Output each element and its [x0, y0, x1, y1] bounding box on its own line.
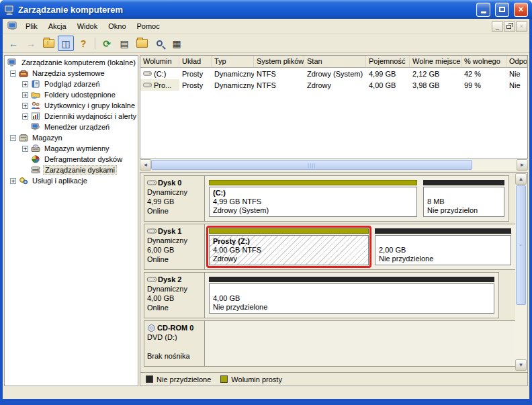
find-button[interactable] [151, 36, 167, 51]
storage-icon [19, 134, 28, 142]
mdi-window-controls: _ × [492, 21, 527, 32]
device-manager-icon [31, 123, 40, 131]
disk-2-label[interactable]: Dysk 2 Dynamiczny 4,00 GB Online [144, 273, 205, 318]
partition-unallocated-8mb[interactable]: 8 MB Nie przydzielon [420, 177, 507, 220]
disk-0-label[interactable]: Dysk 0 Dynamiczny 4,99 GB Online [144, 176, 205, 221]
disk-1-label[interactable]: Dysk 1 Dynamiczny 6,00 GB Online [144, 224, 205, 269]
tree-item-defragmentator[interactable]: Defragmentator dysków [5, 154, 138, 165]
forward-icon: → [26, 38, 36, 49]
volume-list: Wolumin Układ Typ System plików Stan Poj… [140, 55, 528, 159]
expand-expander[interactable]: + [22, 81, 28, 87]
computer-icon [7, 58, 17, 67]
tree-item-uzytkownicy-i-grupy[interactable]: + Użytkownicy i grupy lokalne [5, 100, 138, 111]
menu-plik[interactable]: Plik [20, 20, 43, 32]
up-one-level-button[interactable]: ↑ [40, 36, 56, 51]
unallocated-stripe [375, 228, 511, 234]
col-wolne-miejsce[interactable]: Wolne miejsce [410, 56, 461, 68]
disk-row-2[interactable]: Dysk 2 Dynamiczny 4,00 GB Online 4,00 GB… [144, 272, 499, 318]
show-hide-tree-button[interactable]: ◫ [58, 36, 74, 51]
col-typ[interactable]: Typ [212, 56, 254, 68]
mdi-minimize-button[interactable]: _ [492, 21, 503, 32]
tree-item-narzedzia-systemowe[interactable]: − Narzędzia systemowe [5, 68, 138, 79]
partition-unallocated-2gb[interactable]: 2,00 GB Nie przydzielone [372, 226, 514, 268]
removable-storage-icon [31, 144, 40, 152]
toolbar-separator [95, 38, 95, 50]
tree-item-magazyn[interactable]: − Magazyn [5, 132, 138, 143]
open-button[interactable] [134, 36, 150, 51]
unallocated-stripe [423, 180, 504, 185]
titlebar[interactable]: Zarządzanie komputerem × [0, 0, 532, 19]
menu-widok[interactable]: Widok [72, 20, 103, 32]
horizontal-scrollbar[interactable]: ◄ |||| ► [140, 159, 528, 171]
scroll-right-button[interactable]: ► [517, 159, 528, 171]
unallocated-stripe [209, 277, 494, 282]
collapse-expander[interactable]: − [10, 135, 16, 141]
volume-table-header: Wolumin Układ Typ System plików Stan Poj… [140, 56, 527, 68]
help-button[interactable]: ? [75, 36, 91, 51]
scroll-left-button[interactable]: ◄ [140, 159, 151, 171]
disk-icon [147, 179, 157, 186]
col-pojemnosc[interactable]: Pojemność [366, 56, 410, 68]
close-button[interactable]: × [514, 3, 528, 17]
properties-button[interactable]: ▦ [169, 36, 185, 51]
expand-expander[interactable]: + [22, 92, 28, 98]
partition-z-selected[interactable]: Prosty (Z:) 4,00 GB NTFS Zdrowy [206, 226, 371, 268]
col-procent-wolnego[interactable]: % wolnego [461, 56, 506, 68]
tree-item-magazyn-wymienny[interactable]: + Magazyn wymienny [5, 143, 138, 154]
back-button[interactable]: ← [5, 36, 21, 51]
tree-item-uslugi-i-aplikacje[interactable]: + Usługi i aplikacje [5, 175, 138, 186]
window-title: Zarządzanie komputerem [18, 5, 472, 15]
volume-row-z[interactable]: Pro... Prosty Dynamiczny NTFS Zdrowy 4,0… [140, 79, 527, 91]
help-icon: ? [81, 38, 87, 49]
expand-expander[interactable]: + [22, 103, 28, 109]
expand-expander[interactable]: + [22, 114, 28, 120]
back-icon: ← [9, 38, 18, 49]
partition-c[interactable]: (C:) 4,99 GB NTFS Zdrowy (System) [206, 177, 420, 220]
menu-akcja[interactable]: Akcja [43, 20, 72, 32]
tree-item-podglad-zdarzen[interactable]: + Podgląd zdarzeń [5, 79, 138, 89]
horizontal-scroll-track[interactable] [472, 159, 517, 171]
collapse-expander[interactable]: − [10, 71, 16, 77]
expand-expander[interactable]: + [10, 178, 16, 184]
minimize-button[interactable] [476, 3, 490, 17]
disk-row-0[interactable]: Dysk 0 Dynamiczny 4,99 GB Online (C:) 4,… [144, 175, 509, 222]
col-odpornosc[interactable]: Odpo [506, 56, 527, 68]
scroll-down-button[interactable]: ▼ [515, 359, 527, 371]
legend-simple-volume: Wolumin prosty [220, 375, 282, 384]
tree-item-dzienniki-wydajnosci[interactable]: + Dzienniki wydajności i alerty [5, 111, 138, 122]
refresh-icon: ⟳ [103, 38, 111, 49]
computer-management-window: Zarządzanie komputerem × Plik Akcja Wido… [0, 0, 532, 405]
menu-okno[interactable]: Okno [103, 20, 131, 32]
col-system-plikow[interactable]: System plików [254, 56, 304, 68]
client-area: Plik Akcja Widok Okno Pomoc _ × ← → ↑ ◫ … [3, 19, 529, 399]
refresh-button[interactable]: ⟳ [99, 36, 115, 51]
vertical-scroll-thumb[interactable]: = [516, 185, 526, 305]
menu-pomoc[interactable]: Pomoc [132, 20, 165, 32]
expand-expander[interactable]: + [22, 146, 28, 152]
forward-button: → [23, 36, 39, 51]
cdrom-row[interactable]: CD-ROM 0 DVD (D:) Brak nośnika [144, 320, 516, 367]
disk-icon [147, 276, 157, 283]
disk-icon [147, 228, 157, 234]
toolbar: ← → ↑ ◫ ? ⟳ ▤ ▦ [3, 34, 529, 53]
partition-unallocated-4gb[interactable]: 4,00 GB Nie przydzielone [206, 274, 497, 316]
selected-tree-item-label[interactable]: Zarządzanie dyskami [43, 165, 117, 175]
col-wolumin[interactable]: Wolumin [140, 56, 179, 68]
scroll-up-button[interactable]: ▲ [515, 173, 527, 185]
col-stan[interactable]: Stan [304, 56, 366, 68]
maximize-button[interactable] [495, 3, 509, 17]
volume-row-c[interactable]: (C:) Prosty Dynamiczny NTFS Zdrowy (Syst… [140, 68, 527, 79]
vertical-scrollbar[interactable]: ▲ = ▼ [515, 173, 527, 371]
tree-item-root[interactable]: Zarządzanie komputerem (lokalne) [5, 57, 138, 68]
horizontal-scroll-thumb[interactable]: |||| [151, 160, 472, 170]
mdi-restore-button[interactable] [504, 21, 515, 32]
performance-logs-icon [31, 112, 40, 120]
export-list-button[interactable]: ▤ [116, 36, 132, 51]
col-uklad[interactable]: Układ [179, 56, 212, 68]
cdrom-label[interactable]: CD-ROM 0 DVD (D:) Brak nośnika [144, 321, 205, 366]
tree-item-menedzer-urzadzen[interactable]: Menedżer urządzeń [5, 122, 138, 132]
tree-item-foldery-udostepnione[interactable]: + Foldery udostępnione [5, 89, 138, 100]
disk-row-1[interactable]: Dysk 1 Dynamiczny 6,00 GB Online Prosty … [144, 224, 516, 270]
disk-management-icon [31, 166, 40, 174]
tree-item-zarzadzanie-dyskami[interactable]: Zarządzanie dyskami [5, 165, 138, 175]
